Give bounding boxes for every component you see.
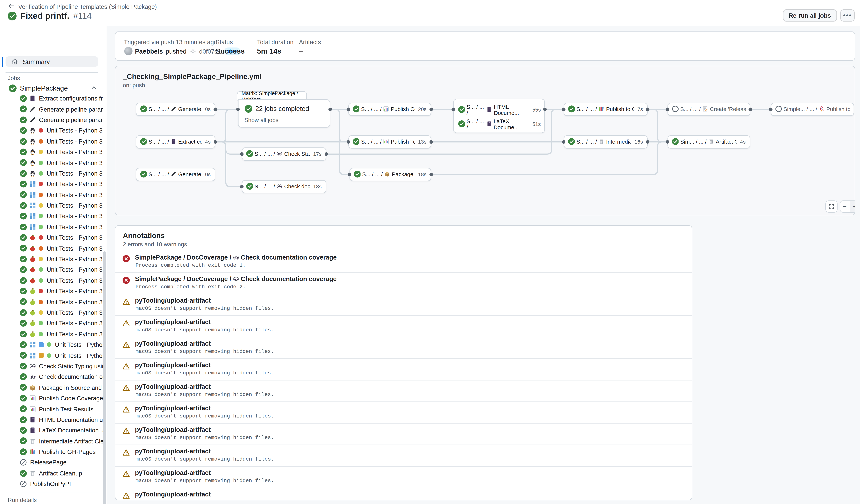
sidebar-scrollbar[interactable] [103, 251, 106, 504]
sidebar-job-item[interactable]: Check Static Typing using Pyt... [0, 361, 103, 372]
sidebar-job-item[interactable]: PublishOnPyPI [0, 479, 103, 489]
sidebar-job-item[interactable]: Unit Tests - Python 3.12 [0, 211, 103, 221]
sidebar-job-item[interactable]: Publish Code Coverage Results [0, 393, 103, 403]
doc-group-row[interactable]: S... / ... /LaTeX Docume...51s [458, 118, 541, 130]
graph-node-artifact[interactable]: Sim... / ... /Artifact Cleanup4s [667, 135, 750, 148]
sidebar-job-item[interactable]: Unit Tests - Python 3.9 [0, 286, 103, 297]
graph-node-gen1[interactable]: S... / ... /Generate pipelin...0s [135, 102, 215, 116]
artifacts-value: – [299, 47, 303, 55]
sidebar-job-item[interactable]: Unit Tests - Python 3.13 [0, 168, 103, 179]
graph-node-package[interactable]: S... / ... /Package in Sou...18s [349, 168, 431, 181]
sidebar-job-item[interactable]: Unit Tests - Python 3.13 [0, 221, 103, 232]
sidebar-job-item[interactable]: Package in Source and Wheel... [0, 382, 103, 393]
graph-node-checkdoc[interactable]: S... / ... /Check docume...18s [242, 180, 326, 193]
sidebar-job-item[interactable]: Unit Tests - Python 3.13 [0, 329, 103, 339]
sidebar-job-item[interactable]: Extract configurations from p... [0, 93, 103, 104]
sidebar-job-item[interactable]: Unit Tests - Python 3.10 [0, 189, 103, 200]
graph-node-ghpages[interactable]: S... / ... /Publish to GH-P...7s [563, 102, 647, 116]
avatar[interactable] [124, 47, 132, 55]
sidebar-job-item[interactable]: Unit Tests - Python 3.12 [0, 339, 103, 350]
sidebar-job-item[interactable]: LaTeX Documentation using ... [0, 425, 103, 436]
matrix-node[interactable]: 22 jobs completed Show all jobs [238, 99, 330, 127]
sidebar-job-item[interactable]: Unit Tests - Python 3.10 [0, 297, 103, 307]
breadcrumb[interactable]: Verification of Pipeline Templates (Simp… [8, 3, 157, 10]
graph-node-extract[interactable]: S... / ... /Extract configur...4s [135, 135, 215, 148]
annotation-title[interactable]: pyTooling/upload-artifact [135, 470, 211, 476]
sidebar-job-item[interactable]: Unit Tests - Python 3.11 [0, 146, 103, 157]
doc-group-row[interactable]: S... / ... /HTML Docume...55s [458, 104, 541, 116]
actor-name[interactable]: Paebbels [135, 48, 163, 55]
graph-node-pypi[interactable]: Simple... / ... /Publish to PyPI [771, 102, 854, 116]
annotation-title-text: pyTooling/upload-artifact [135, 426, 211, 433]
dot-orange-icon [38, 246, 43, 251]
annotation-title-text: pyTooling/upload-artifact [135, 470, 211, 476]
sidebar-workflow-toggle[interactable]: SimplePackage [9, 83, 98, 93]
annotation-title[interactable]: pyTooling/upload-artifact [135, 340, 211, 347]
kebab-menu-button[interactable]: ••• [840, 10, 855, 21]
zoom-out-button[interactable]: − [840, 201, 850, 212]
annotation-message: macOS doesn't support removing hidden fi… [135, 348, 274, 355]
check-icon [20, 159, 27, 166]
sidebar-job-item[interactable]: HTML Documentation using ... [0, 414, 103, 425]
sidebar-job-item[interactable]: Unit Tests - Python 3.9 [0, 125, 103, 136]
home-icon [11, 58, 18, 65]
sidebar-job-item[interactable]: Unit Tests - Python 3.12 [0, 318, 103, 329]
sidebar-job-item[interactable]: Publish to GH-Pages [0, 446, 103, 457]
documentation-group-node[interactable]: S... / ... /HTML Docume...55sS... / ... … [453, 99, 545, 133]
sidebar-job-item[interactable]: Generate pipeline parameters [0, 104, 103, 115]
sidebar-job-item[interactable]: Unit Tests - Python 3.12 [0, 264, 103, 275]
back-arrow-icon[interactable] [8, 3, 15, 10]
annotation-title[interactable]: pyTooling/upload-artifact [135, 297, 211, 304]
ring-icon [672, 106, 679, 113]
sidebar-job-item[interactable]: Unit Tests - Python 3.12 [0, 350, 103, 361]
graph-node-intermediate[interactable]: S... / ... /Intermediate A...16s [563, 135, 647, 148]
chevron-up-icon[interactable] [90, 85, 97, 91]
annotation-title[interactable]: SimplePackage / DocCoverage /Check docum… [135, 276, 337, 282]
sidebar-job-item[interactable]: ReleasePage [0, 457, 103, 468]
sidebar-job-label: Generate pipeline parameters [39, 106, 103, 113]
annotation-title[interactable]: pyTooling/upload-artifact [135, 405, 211, 412]
sidebar-item-summary[interactable]: Summary [5, 56, 98, 67]
annotation-title[interactable]: pyTooling/upload-artifact [135, 362, 211, 368]
annotation-title[interactable]: pyTooling/upload-artifact [135, 426, 211, 433]
zoom-in-button[interactable]: + [850, 201, 855, 212]
annotation-title[interactable]: pyTooling/upload-artifact [135, 319, 211, 325]
check-icon [140, 138, 147, 145]
sidebar-job-item[interactable]: Intermediate Artifact Cleanup [0, 436, 103, 446]
sidebar-job-item[interactable]: Unit Tests - Python 3.9 [0, 179, 103, 189]
sidebar-job-item[interactable]: Unit Tests - Python 3.11 [0, 254, 103, 264]
fullscreen-button[interactable] [825, 200, 837, 213]
sidebar-job-item[interactable]: Unit Tests - Python 3.11 [0, 200, 103, 211]
sidebar-job-item[interactable]: Unit Tests - Python 3.10 [0, 136, 103, 146]
check-icon [20, 267, 27, 273]
book-icon [29, 427, 36, 434]
sidebar-job-item[interactable]: Check documentation covera... [0, 372, 103, 382]
graph-node-gen2[interactable]: S... / ... /Generate pipelin...0s [135, 168, 215, 181]
annotation-title[interactable]: pyTooling/upload-artifact [135, 491, 211, 498]
graph-node-pubcodecov[interactable]: S... / ... /Publish Code C...20s [348, 102, 431, 116]
sidebar-job-item[interactable]: Publish Test Results [0, 403, 103, 414]
check-icon [20, 416, 27, 423]
workflow-run-page: Verification of Pipeline Templates (Simp… [0, 0, 860, 504]
sidebar-job-item[interactable]: Unit Tests - Python 3.10 [0, 243, 103, 254]
breadcrumb-label[interactable]: Verification of Pipeline Templates (Simp… [18, 3, 157, 10]
sidebar-jobs-list: Extract configurations from p...Generate… [0, 93, 103, 489]
graph-node-pubtest[interactable]: S... / ... /Publish Test Re...13s [348, 135, 431, 148]
dot-orange-icon [38, 139, 43, 144]
annotation-title[interactable]: SimplePackage / DocCoverage /Check docum… [135, 254, 337, 261]
sidebar-job-item[interactable]: Unit Tests - Python 3.11 [0, 307, 103, 318]
annotation-title[interactable]: pyTooling/upload-artifact [135, 448, 211, 455]
sidebar-job-item[interactable]: Unit Tests - Python 3.13 [0, 275, 103, 286]
annotation-title-text: pyTooling/upload-artifact [135, 383, 211, 390]
sidebar-job-item[interactable]: Unit Tests - Python 3.12 [0, 157, 103, 168]
sidebar-job-item[interactable]: Unit Tests - Python 3.9 [0, 232, 103, 243]
show-all-jobs-link[interactable]: Show all jobs [244, 116, 278, 123]
rerun-all-jobs-button[interactable]: Re-run all jobs [783, 10, 837, 21]
sidebar-job-item[interactable]: Generate pipeline parameters [0, 115, 103, 125]
graph-node-checkstatic[interactable]: S... / ... /Check Static Ty...17s [242, 147, 326, 160]
trash-icon [29, 438, 36, 444]
graph-node-release[interactable]: S... / ... /Create 'Release Pa... [667, 102, 750, 116]
annotation-title[interactable]: pyTooling/upload-artifact [135, 383, 211, 390]
sidebar-job-item[interactable]: Artifact Cleanup [0, 468, 103, 479]
node-label: Intermediate A... [606, 139, 631, 145]
